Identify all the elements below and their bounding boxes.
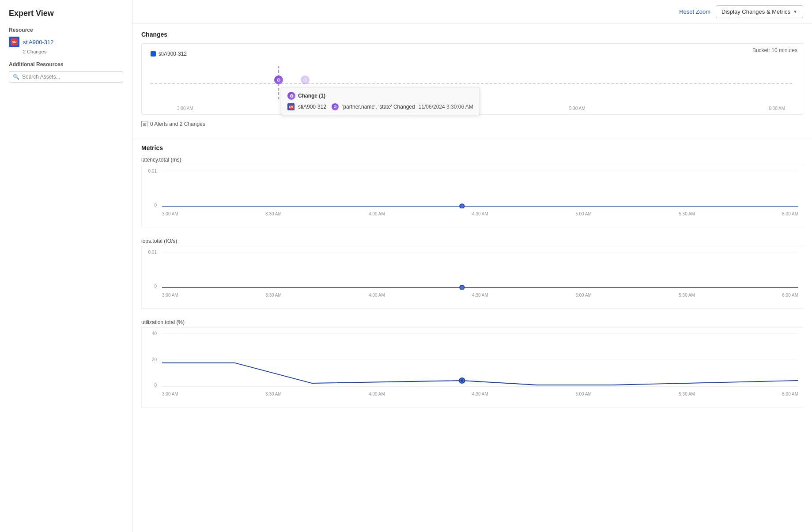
iops-x-0: 3:00 AM <box>162 293 178 298</box>
iops-x-6: 6:00 AM <box>782 293 798 298</box>
svg-point-15 <box>461 379 463 382</box>
tooltip-resource-name: stiA900-312 <box>298 104 326 110</box>
changes-legend: stiA900-312 <box>151 51 794 57</box>
resource-icon-outer: SN <box>9 37 19 47</box>
legend-color-box <box>151 51 156 57</box>
change-icon-inner-2: ⚙ <box>301 75 310 84</box>
latency-x-2: 4:00 AM <box>369 211 385 216</box>
util-x-6: 6:00 AM <box>782 392 798 396</box>
search-icon: 🔍 <box>13 74 19 80</box>
tooltip-row: SN stiA900-312 ⚙ 'partner.name', 'state'… <box>287 103 473 110</box>
utilization-title: utilization.total (%) <box>141 319 803 325</box>
iops-x-2: 4:00 AM <box>369 293 385 298</box>
iops-chart-area: 0.01 0 3:00 AM <box>141 246 803 309</box>
latency-chart-content: 0.01 0 <box>146 169 798 216</box>
page-title: Expert View <box>9 9 123 18</box>
utilization-y-bottom: 0 <box>146 383 159 388</box>
metrics-section: Metrics latency.total (ms) 0.01 0 <box>132 144 812 427</box>
latency-x-1: 3:30 AM <box>265 211 282 216</box>
iops-x-axis: 3:00 AM 3:30 AM 4:00 AM 4:30 AM 5:00 AM … <box>162 291 798 298</box>
utilization-chart-area: 40 20 0 <box>141 327 803 407</box>
change-icon-inner-1: ⚙ <box>274 75 283 84</box>
latency-title: latency.total (ms) <box>141 157 803 163</box>
latency-x-6: 6:00 AM <box>782 211 798 216</box>
x-label-600: 6:00 AM <box>769 106 785 111</box>
x-label-530: 5:30 AM <box>569 106 585 111</box>
latency-chart: latency.total (ms) 0.01 0 <box>141 157 803 227</box>
utilization-x-axis: 3:00 AM 3:30 AM 4:00 AM 4:30 AM 5:00 AM … <box>162 390 798 396</box>
iops-chart-content: 0.01 0 3:00 AM <box>146 250 798 298</box>
iops-y-axis: 0.01 0 <box>146 250 159 298</box>
util-x-0: 3:00 AM <box>162 392 178 396</box>
latency-y-axis: 0.01 0 <box>146 169 159 216</box>
latency-x-0: 3:00 AM <box>162 211 178 216</box>
latency-y-top: 0.01 <box>146 169 159 174</box>
util-x-3: 4:30 AM <box>472 392 488 396</box>
change-icon-2[interactable]: ⚙ <box>301 75 310 84</box>
x-label-300: 3:00 AM <box>177 106 193 111</box>
iops-y-top: 0.01 <box>146 250 159 255</box>
iops-chart-inner: 3:00 AM 3:30 AM 4:00 AM 4:30 AM 5:00 AM … <box>162 250 798 298</box>
util-x-5: 5:30 AM <box>679 392 695 396</box>
changes-chart: Bucket: 10 minutes stiA900-312 <box>141 43 803 115</box>
reset-zoom-button[interactable]: Reset Zoom <box>679 8 710 15</box>
alert-summary-text: 0 Alerts and 2 Changes <box>150 121 205 127</box>
alert-summary: ⊞ 0 Alerts and 2 Changes <box>141 118 803 130</box>
display-changes-metrics-button[interactable]: Display Changes & Metrics ▼ <box>716 5 803 18</box>
svg-point-5 <box>460 204 464 208</box>
resource-name[interactable]: stiA900-312 <box>23 39 53 45</box>
tooltip-timestamp: 11/06/2024 3:30:06 AM <box>419 104 473 110</box>
search-assets-box[interactable]: 🔍 <box>9 71 123 83</box>
resource-item[interactable]: SN stiA900-312 <box>9 37 123 47</box>
latency-x-5: 5:30 AM <box>679 211 695 216</box>
change-icon-1[interactable]: ⚙ <box>274 75 283 84</box>
sidebar: Expert View Resource SN stiA900-312 2 Ch… <box>0 0 132 532</box>
change-tooltip: ⚙ Change (1) SN stiA900-312 ⚙ 'partner.n… <box>281 87 480 115</box>
latency-y-bottom: 0 <box>146 203 159 208</box>
iops-svg <box>162 250 798 290</box>
util-x-1: 3:30 AM <box>265 392 282 396</box>
tooltip-change-icon: ⚙ <box>287 92 295 100</box>
top-bar: Reset Zoom Display Changes & Metrics ▼ <box>132 0 812 24</box>
tooltip-change-type-icon: ⚙ <box>332 103 339 110</box>
main-content: Reset Zoom Display Changes & Metrics ▼ C… <box>132 0 812 532</box>
bucket-label: Bucket: 10 minutes <box>752 47 797 53</box>
latency-chart-inner: 3:00 AM 3:30 AM 4:00 AM 4:30 AM 5:00 AM … <box>162 169 798 216</box>
tooltip-resource-icon-inner: SN <box>289 105 294 109</box>
tooltip-title: ⚙ Change (1) <box>287 92 473 100</box>
latency-svg <box>162 169 798 208</box>
search-input[interactable] <box>22 74 119 80</box>
additional-resources-label: Additional Resources <box>9 61 123 68</box>
iops-x-1: 3:30 AM <box>265 293 282 298</box>
iops-x-3: 4:30 AM <box>472 293 488 298</box>
utilization-y-mid: 20 <box>146 357 159 362</box>
latency-x-3: 4:30 AM <box>472 211 488 216</box>
utilization-y-top: 40 <box>146 331 159 336</box>
iops-x-5: 5:30 AM <box>679 293 695 298</box>
util-x-4: 5:00 AM <box>575 392 592 396</box>
chevron-down-icon: ▼ <box>793 9 797 14</box>
resource-section-label: Resource <box>9 27 123 33</box>
iops-title: iops.total (IO/s) <box>141 238 803 244</box>
utilization-svg <box>162 331 798 389</box>
tooltip-resource-icon: SN <box>287 103 295 110</box>
metrics-section-title: Metrics <box>141 144 803 151</box>
changes-chart-svg-wrapper: ⚙ ⚙ ⚙ Change (1) SN <box>151 66 794 111</box>
utilization-y-axis: 40 20 0 <box>146 331 159 396</box>
changes-section-title: Changes <box>141 31 803 38</box>
resource-changes: 2 Changes <box>23 49 123 54</box>
utilization-chart-content: 40 20 0 <box>146 331 798 396</box>
changes-section: Changes Bucket: 10 minutes stiA900-312 <box>132 24 812 137</box>
utilization-chart-inner: 3:00 AM 3:30 AM 4:00 AM 4:30 AM 5:00 AM … <box>162 331 798 396</box>
iops-chart: iops.total (IO/s) 0.01 0 <box>141 238 803 309</box>
divider-1 <box>132 139 812 139</box>
latency-x-4: 5:00 AM <box>575 211 592 216</box>
iops-y-bottom: 0 <box>146 284 159 289</box>
resource-icon-inner: SN <box>11 38 18 45</box>
expand-icon[interactable]: ⊞ <box>141 121 147 127</box>
latency-chart-area: 0.01 0 <box>141 165 803 227</box>
tooltip-change-text: 'partner.name', 'state' Changed <box>342 104 415 110</box>
legend-resource-name: stiA900-312 <box>159 51 187 57</box>
svg-point-9 <box>460 286 464 289</box>
display-btn-label: Display Changes & Metrics <box>721 8 790 15</box>
